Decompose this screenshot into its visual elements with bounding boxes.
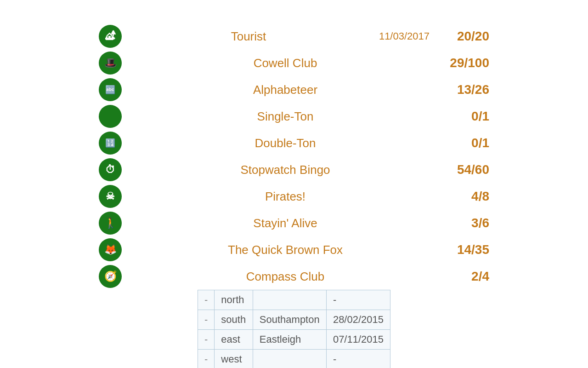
challenge-row-tourist[interactable]: Tourist11/03/201720/20 bbox=[0, 23, 588, 50]
challenge-row-single-ton[interactable]: Single-Ton0/1 bbox=[0, 103, 588, 130]
challenge-row-alphabeteer[interactable]: Alphabeteer13/26 bbox=[0, 76, 588, 103]
compass-dash-west: - bbox=[198, 350, 215, 368]
icon-cowell-icon bbox=[104, 57, 117, 69]
challenge-score-quick-brown-fox: 14/35 bbox=[443, 242, 489, 257]
compass-row-west: -west- bbox=[198, 350, 390, 368]
compass-dash-south: - bbox=[198, 310, 215, 330]
challenge-name-pirates: Pirates! bbox=[127, 190, 443, 204]
compass-direction-west: west bbox=[215, 350, 253, 368]
challenge-icon-quick-brown-fox bbox=[99, 238, 122, 261]
challenge-name-stopwatch-bingo: Stopwatch Bingo bbox=[127, 163, 443, 177]
challenge-name-stayin-alive: Stayin' Alive bbox=[127, 216, 443, 230]
challenge-name-single-ton: Single-Ton bbox=[127, 109, 443, 124]
challenge-name-alphabeteer: Alphabeteer bbox=[127, 83, 443, 97]
compass-row-east: -eastEastleigh07/11/2015 bbox=[198, 330, 390, 350]
challenge-row-stayin-alive[interactable]: Stayin' Alive3/6 bbox=[0, 210, 588, 236]
icon-stopwatch-icon bbox=[105, 164, 115, 176]
icon-fox-icon bbox=[104, 244, 117, 256]
challenge-icon-double-ton bbox=[99, 132, 122, 155]
icon-tourist-icon bbox=[105, 30, 115, 42]
challenge-row-double-ton[interactable]: Double-Ton0/1 bbox=[0, 130, 588, 156]
icon-alpha-icon bbox=[105, 85, 115, 95]
compass-dash-north: - bbox=[198, 290, 215, 310]
challenge-icon-stopwatch-bingo bbox=[99, 158, 122, 181]
challenge-name-compass-club: Compass Club bbox=[127, 270, 443, 284]
icon-compass-icon bbox=[104, 270, 117, 282]
challenge-name-double-ton: Double-Ton bbox=[127, 136, 443, 150]
compass-row-south: -southSouthampton28/02/2015 bbox=[198, 310, 390, 330]
icon-stayin-icon bbox=[104, 217, 117, 229]
challenge-score-stopwatch-bingo: 54/60 bbox=[443, 162, 489, 177]
compass-location-east: Eastleigh bbox=[253, 330, 326, 350]
challenge-name-quick-brown-fox: The Quick Brown Fox bbox=[127, 243, 443, 257]
challenge-icon-cowell-club bbox=[99, 52, 122, 75]
challenge-score-tourist: 20/20 bbox=[443, 29, 489, 44]
compass-location-north bbox=[253, 290, 326, 310]
challenge-row-compass-club[interactable]: Compass Club2/4 bbox=[0, 263, 588, 290]
compass-date-east: 07/11/2015 bbox=[326, 330, 390, 350]
icon-pirates-icon bbox=[106, 190, 115, 202]
challenge-score-single-ton: 0/1 bbox=[443, 109, 489, 124]
compass-sub-table: -north--southSouthampton28/02/2015-eastE… bbox=[198, 290, 390, 368]
compass-location-south: Southampton bbox=[253, 310, 326, 330]
challenge-icon-tourist bbox=[99, 25, 122, 48]
challenge-score-pirates: 4/8 bbox=[443, 189, 489, 204]
challenge-icon-pirates bbox=[99, 185, 122, 208]
challenge-score-alphabeteer: 13/26 bbox=[443, 82, 489, 97]
challenge-date-tourist: 11/03/2017 bbox=[370, 30, 430, 42]
compass-dash-east: - bbox=[198, 330, 215, 350]
compass-direction-south: south bbox=[215, 310, 253, 330]
challenge-name-tourist: Tourist bbox=[127, 29, 370, 44]
challenge-score-cowell-club: 29/100 bbox=[443, 56, 489, 70]
challenge-icon-single-ton bbox=[99, 105, 122, 128]
compass-direction-north: north bbox=[215, 290, 253, 310]
challenge-row-pirates[interactable]: Pirates!4/8 bbox=[0, 183, 588, 210]
compass-date-south: 28/02/2015 bbox=[326, 310, 390, 330]
compass-row-north: -north- bbox=[198, 290, 390, 310]
compass-sub-table-wrapper: -north--southSouthampton28/02/2015-eastE… bbox=[99, 290, 489, 368]
compass-date-north: - bbox=[326, 290, 390, 310]
compass-date-west: - bbox=[326, 350, 390, 368]
challenge-icon-stayin-alive bbox=[99, 212, 122, 235]
page-wrapper: Tourist11/03/201720/20Cowell Club29/100A… bbox=[0, 0, 588, 368]
challenge-list: Tourist11/03/201720/20Cowell Club29/100A… bbox=[0, 23, 588, 368]
challenge-row-quick-brown-fox[interactable]: The Quick Brown Fox14/35 bbox=[0, 236, 588, 263]
compass-direction-east: east bbox=[215, 330, 253, 350]
challenge-score-stayin-alive: 3/6 bbox=[443, 216, 489, 230]
icon-doubleton-icon bbox=[105, 138, 115, 148]
challenge-row-cowell-club[interactable]: Cowell Club29/100 bbox=[0, 50, 588, 76]
challenge-name-cowell-club: Cowell Club bbox=[127, 56, 443, 70]
compass-location-west bbox=[253, 350, 326, 368]
challenge-score-compass-club: 2/4 bbox=[443, 269, 489, 284]
challenge-icon-compass-club bbox=[99, 265, 122, 288]
challenge-icon-alphabeteer bbox=[99, 78, 122, 101]
challenge-score-double-ton: 0/1 bbox=[443, 136, 489, 150]
challenge-row-stopwatch-bingo[interactable]: Stopwatch Bingo54/60 bbox=[0, 156, 588, 183]
